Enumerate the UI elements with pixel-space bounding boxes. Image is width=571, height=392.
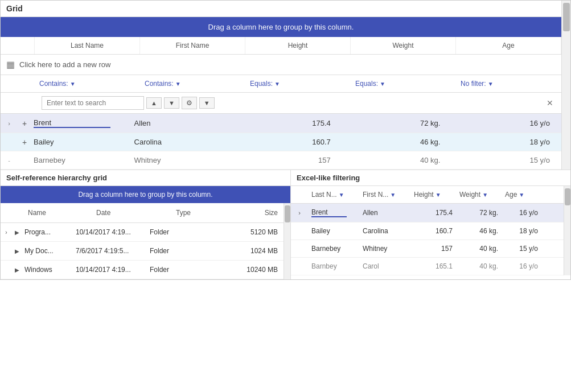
close-button[interactable]: ✕: [543, 97, 557, 109]
hier-inner-expand-2[interactable]: ▶: [12, 267, 22, 273]
cell-height-0: 175.4: [232, 114, 342, 132]
excel-col-height: Height ▼: [410, 189, 456, 200]
table-row: › + Brent Allen 175.4 72 kg. 16 y/o: [1, 114, 561, 133]
add-row-bar[interactable]: ▦ Click here to add a new row: [1, 55, 561, 75]
hier-col-size: Size: [217, 207, 284, 219]
excel-col-headers: Last N... ▼ First N... ▼ Height ▼ Weight…: [291, 186, 564, 204]
hier-cell-name-1: My Doc...: [22, 246, 73, 256]
hier-cell-name-0: Progra...: [22, 227, 73, 237]
hier-outer-expand-0[interactable]: ›: [1, 229, 12, 236]
filter-cell-weight[interactable]: Equals: ▼: [351, 77, 456, 90]
col-header-height: Height: [245, 37, 351, 54]
excel-cell-fn-1: Carolina: [359, 222, 410, 240]
excel-cell-h-2: 157: [410, 240, 456, 257]
excel-row: Bailey Carolina 160.7 46 kg. 18 y/o: [291, 222, 564, 240]
hier-inner-expand-1[interactable]: ▶: [12, 248, 22, 254]
search-row: ▲ ▼ ⚙ ▼ ✕: [1, 93, 561, 114]
excel-title: Excel-like filtering: [291, 170, 570, 186]
excel-cell-ln-2: Barnebey: [308, 240, 359, 257]
excel-col-lastname: Last N... ▼: [308, 189, 359, 200]
excel-cell-w-1: 46 kg.: [456, 222, 502, 240]
add-row-text: Click here to add a new row: [19, 60, 110, 69]
filter-cell-height[interactable]: Equals: ▼: [245, 77, 351, 90]
col-header-firstname: First Name: [140, 37, 245, 54]
table-row: + Bailey Carolina 160.7 46 kg. 18 y/o: [1, 133, 561, 151]
cell-age-2: 15 y/o: [451, 151, 561, 169]
top-scrollbar[interactable]: [561, 1, 570, 170]
hier-cell-name-2: Windows: [22, 265, 73, 275]
filter-arrow-0[interactable]: ▼: [70, 81, 76, 87]
hier-cell-size-2: 10240 MB: [187, 265, 284, 275]
excel-row: Barnbey Carol 165.1 40 kg. 16 y/o: [291, 258, 564, 275]
right-panel: Excel-like filtering Last N... ▼ First N…: [291, 170, 570, 279]
col-header-weight: Weight: [351, 37, 456, 54]
row-expander-0[interactable]: ›: [1, 120, 18, 127]
row-expander-2[interactable]: -: [1, 157, 18, 164]
filter-icon-1[interactable]: ▼: [390, 192, 396, 198]
excel-cell-ln-3: Barnbey: [308, 258, 359, 275]
filter-icon-0[interactable]: ▼: [339, 192, 344, 198]
table-row: - Barnebey Whitney 157 40 kg. 15 y/o: [1, 151, 561, 170]
filter-label-1: Contains:: [145, 80, 174, 88]
excel-cell-a-1: 18 y/o: [502, 222, 541, 240]
cell-weight-2: 40 kg.: [342, 151, 452, 169]
hier-col-headers: Name Date Type Size: [1, 203, 284, 223]
excel-cell-fn-3: Carol: [359, 258, 410, 275]
main-wrapper: Grid Drag a column here to group by this…: [0, 0, 571, 280]
row-add-0[interactable]: +: [18, 119, 31, 128]
right-scrollbar-thumb: [565, 188, 570, 205]
column-headers: Last Name First Name Height Weight Age: [1, 37, 561, 55]
cell-firstname-0: Allen: [132, 114, 233, 132]
hier-row: ▶ Windows 10/14/2017 4:19... Folder 1024…: [1, 261, 284, 279]
left-scrollbar[interactable]: [284, 203, 290, 279]
filter-icon-4[interactable]: ▼: [519, 192, 524, 198]
col-header-lastname: Last Name: [35, 37, 140, 54]
filter-label-4: No filter:: [461, 80, 486, 88]
filter-cell-age[interactable]: No filter: ▼: [456, 77, 561, 90]
hier-col-type: Type: [171, 207, 217, 219]
hier-cell-size-1: 1024 MB: [187, 246, 284, 256]
cell-lastname-0: Brent: [31, 114, 132, 133]
excel-expander-0[interactable]: ›: [291, 209, 308, 216]
hier-cell-date-1: 7/6/2017 4:19:5...: [73, 246, 147, 256]
excel-cell-a-3: 16 y/o: [502, 258, 541, 275]
excel-row: › Brent Allen 175.4 72 kg. 16 y/o: [291, 204, 564, 222]
excel-cell-fn-0: Allen: [359, 204, 410, 221]
search-dropdown-button[interactable]: ▼: [199, 97, 215, 109]
cell-age-0: 16 y/o: [451, 114, 561, 132]
search-down-button[interactable]: ▼: [164, 97, 179, 109]
filter-cell-lastname[interactable]: Contains: ▼: [35, 77, 140, 90]
gear-button[interactable]: ⚙: [182, 97, 197, 109]
cell-weight-0: 72 kg.: [342, 114, 452, 132]
grid-title: Grid: [1, 1, 561, 17]
row-add-1[interactable]: +: [18, 138, 31, 147]
hier-inner-expand-0[interactable]: ▶: [12, 229, 22, 236]
excel-cell-a-2: 15 y/o: [502, 240, 541, 257]
hier-cell-type-1: Folder: [147, 246, 187, 256]
excel-cell-h-1: 160.7: [410, 222, 456, 240]
filter-icon-2[interactable]: ▼: [436, 192, 441, 198]
filter-label-3: Equals:: [355, 80, 378, 88]
filter-row: Contains: ▼ Contains: ▼ Equals: ▼ Equals…: [1, 75, 561, 93]
excel-col-weight: Weight ▼: [456, 189, 502, 200]
group-banner: Drag a column here to group by this colu…: [1, 17, 561, 37]
cell-lastname-2: Barnebey: [31, 151, 132, 169]
filter-icon-3[interactable]: ▼: [482, 192, 488, 198]
excel-cell-w-2: 40 kg.: [456, 240, 502, 257]
filter-arrow-3[interactable]: ▼: [380, 81, 385, 87]
hier-col-name: Name: [23, 207, 92, 219]
search-input[interactable]: [42, 96, 144, 110]
excel-col-age: Age ▼: [502, 189, 541, 200]
filter-label-2: Equals:: [250, 80, 273, 88]
cell-height-1: 160.7: [232, 133, 342, 151]
filter-arrow-4[interactable]: ▼: [488, 81, 494, 87]
filter-arrow-1[interactable]: ▼: [175, 81, 181, 87]
filter-cell-firstname[interactable]: Contains: ▼: [140, 77, 245, 90]
filter-arrow-2[interactable]: ▼: [274, 81, 280, 87]
search-up-button[interactable]: ▲: [146, 97, 162, 109]
right-scrollbar[interactable]: [564, 186, 570, 275]
excel-cell-ln-0: Brent: [308, 204, 359, 222]
excel-cell-fn-2: Whitney: [359, 240, 410, 257]
hier-title: Self-reference hierarchy grid: [1, 170, 290, 186]
hier-cell-type-2: Folder: [147, 265, 187, 275]
